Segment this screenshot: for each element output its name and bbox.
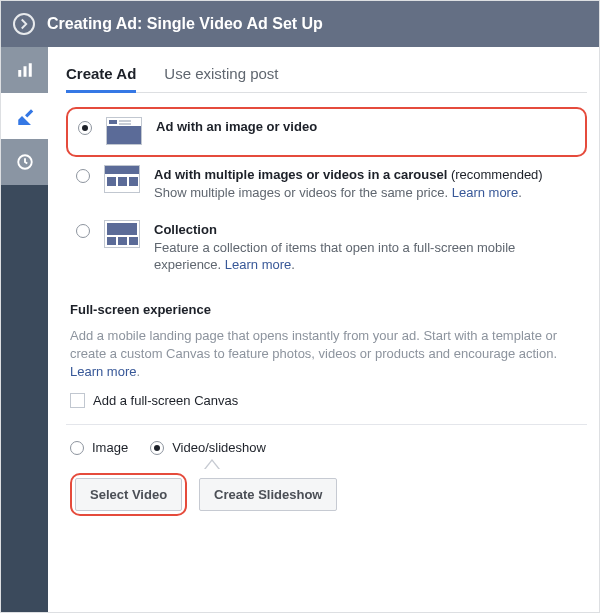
sidebar	[1, 47, 48, 612]
learn-more-link[interactable]: Learn more	[70, 364, 136, 379]
sidebar-ad[interactable]	[1, 139, 48, 185]
canvas-checkbox[interactable]	[70, 393, 85, 408]
sidebar-adset[interactable]	[1, 93, 48, 139]
thumbnail-collection-icon	[104, 220, 140, 248]
format-collection-desc: Feature a collection of items that open …	[154, 239, 577, 274]
thumbnail-single-icon	[106, 117, 142, 145]
divider	[66, 424, 587, 425]
create-slideshow-button[interactable]: Create Slideshow	[199, 478, 337, 511]
select-video-button[interactable]: Select Video	[75, 478, 182, 511]
canvas-checkbox-label: Add a full-screen Canvas	[93, 393, 238, 408]
sidebar-campaign[interactable]	[1, 47, 48, 93]
format-carousel[interactable]: Ad with multiple images or videos in a c…	[66, 157, 587, 212]
media-image-label: Image	[92, 440, 128, 455]
format-collection-title: Collection	[154, 222, 577, 237]
format-collection[interactable]: Collection Feature a collection of items…	[66, 212, 587, 284]
tab-use-existing[interactable]: Use existing post	[164, 57, 278, 92]
page-header: Creating Ad: Single Video Ad Set Up	[1, 1, 599, 47]
format-carousel-title: Ad with multiple images or videos in a c…	[154, 167, 577, 182]
tabs: Create Ad Use existing post	[66, 57, 587, 93]
fullscreen-label: Full-screen experience	[70, 302, 583, 317]
radio-collection[interactable]	[76, 224, 90, 238]
radio-image[interactable]	[70, 441, 84, 455]
fullscreen-desc: Add a mobile landing page that opens ins…	[70, 327, 583, 382]
sidebar-spacer	[1, 185, 48, 612]
radio-single[interactable]	[78, 121, 92, 135]
svg-rect-1	[23, 66, 26, 77]
tab-create-ad[interactable]: Create Ad	[66, 57, 136, 92]
format-carousel-desc: Show multiple images or videos for the s…	[154, 184, 577, 202]
chevron-circle-icon[interactable]	[13, 13, 35, 35]
media-video-label: Video/slideshow	[172, 440, 266, 455]
format-single[interactable]: Ad with an image or video	[66, 107, 587, 157]
learn-more-link[interactable]: Learn more	[452, 185, 518, 200]
media-video-option[interactable]: Video/slideshow	[150, 439, 266, 455]
radio-carousel[interactable]	[76, 169, 90, 183]
svg-rect-2	[28, 63, 31, 77]
media-image-option[interactable]: Image	[70, 439, 128, 455]
learn-more-link[interactable]: Learn more	[225, 257, 291, 272]
canvas-checkbox-row[interactable]: Add a full-screen Canvas	[70, 393, 583, 408]
dropdown-pointer-icon	[204, 459, 220, 469]
svg-rect-0	[18, 70, 21, 77]
page-title: Creating Ad: Single Video Ad Set Up	[47, 15, 323, 33]
radio-video[interactable]	[150, 441, 164, 455]
thumbnail-carousel-icon	[104, 165, 140, 193]
format-single-title: Ad with an image or video	[156, 119, 575, 134]
